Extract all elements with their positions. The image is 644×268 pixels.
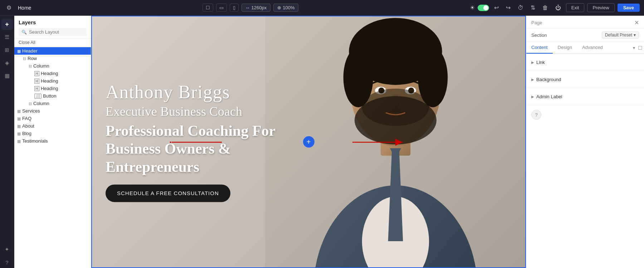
tree-item-label-blog: Blog <box>22 131 31 136</box>
zoom-value: 100% <box>283 5 294 10</box>
tree-item-label-row: Row <box>28 56 37 61</box>
tree-item-row[interactable]: ⊟Row <box>14 55 91 62</box>
tab-more: ▾ ☐ <box>631 42 644 54</box>
width-value: 1260px <box>252 5 267 10</box>
settings-topbar-icon[interactable]: ⚙ <box>4 3 14 13</box>
link-arrow-icon: ▶ <box>531 60 534 64</box>
right-panel-title: Page <box>531 20 542 25</box>
tree-item-about[interactable]: ▦About <box>14 122 91 130</box>
preset-badge[interactable]: Default Preset ▾ <box>602 31 639 39</box>
panel-sections: ▶ Link <box>526 54 644 71</box>
tree-item-label-services: Services <box>22 108 40 114</box>
tree-item-icon-button: ⬜ <box>34 94 42 99</box>
link-section-label: Link <box>536 60 545 65</box>
theme-toggle[interactable] <box>478 5 489 11</box>
right-panel: Page ✕ Section Default Preset ▾ Content … <box>526 16 644 268</box>
link-section-row[interactable]: ▶ Link <box>531 58 639 67</box>
search-icon: 🔍 <box>21 30 27 35</box>
tree-item-label-faq: FAQ <box>22 116 31 121</box>
tree-item-icon-blog: ▦ <box>17 131 21 136</box>
tab-chevron-icon[interactable]: ▾ <box>631 45 636 50</box>
media-sidebar-btn[interactable]: ▦ <box>1 70 13 81</box>
background-section-row[interactable]: ▶ Background <box>531 75 639 84</box>
background-panel-section: ▶ Background <box>526 71 644 88</box>
tree-item-icon-heading2: H <box>34 79 39 84</box>
tree-item-label-about: About <box>22 123 34 129</box>
components-sidebar-btn[interactable]: ◈ <box>1 57 13 69</box>
power-btn[interactable]: ⏻ <box>553 3 563 13</box>
hero-cta-button[interactable]: Schedule a Free Consultation <box>106 185 230 202</box>
layers-sidebar-btn[interactable]: ☰ <box>1 31 13 43</box>
tablet-device-btn[interactable]: ▭ <box>216 4 227 12</box>
tree-item-icon-heading1: H <box>34 71 39 76</box>
close-all-button[interactable]: Close All <box>14 39 91 46</box>
tree-item-column2[interactable]: ⊟Column <box>14 100 91 107</box>
tab-square-icon[interactable]: ☐ <box>636 45 644 51</box>
zoom-badge: ⊕ 100% <box>273 4 298 12</box>
width-icon: ↔ <box>245 5 250 10</box>
exit-button[interactable]: Exit <box>566 3 585 12</box>
page-title: Home <box>18 5 31 11</box>
hero-subtitle: Executive Business Coach <box>106 104 292 119</box>
tree-item-button[interactable]: ⬜Button <box>14 92 91 100</box>
tree-item-heading2[interactable]: HHeading <box>14 77 91 85</box>
tab-advanced[interactable]: Advanced <box>577 42 608 54</box>
save-button[interactable]: Save <box>618 4 640 12</box>
admin-label-panel-section: ▶ Admin Label <box>526 88 644 105</box>
admin-label-section-label: Admin Label <box>536 94 562 99</box>
layers-header: Layers 🔍 ▼ <box>14 16 91 39</box>
tree-item-icon-about: ▦ <box>17 124 21 129</box>
undo-btn[interactable]: ↩ <box>492 3 501 13</box>
canvas-add-button[interactable]: + <box>303 136 314 148</box>
tree-item-column1[interactable]: ⊟Column <box>14 62 91 70</box>
right-panel-header: Page ✕ <box>526 16 644 29</box>
redo-btn[interactable]: ↪ <box>504 3 513 13</box>
tree-item-icon-column2: ⊟ <box>29 101 32 106</box>
add-element-btn[interactable]: + <box>1 19 13 30</box>
layers-tree: ▦Header⊟Row⊟ColumnHHeadingHHeadingHHeadi… <box>14 46 91 268</box>
history-btn[interactable]: ⏱ <box>516 3 526 13</box>
main-layout: + ☰ ⊞ ◈ ▦ ✦ ? Layers 🔍 ▼ Close All ▦Head… <box>0 16 644 268</box>
canvas-frame: Anthony Briggs Executive Business Coach … <box>91 16 526 268</box>
responsive-btn[interactable]: ⇅ <box>528 3 537 13</box>
desktop-device-btn[interactable]: ☐ <box>203 4 213 12</box>
arrow-right <box>351 137 404 149</box>
admin-label-section-row[interactable]: ▶ Admin Label <box>531 92 639 101</box>
right-tabs: Content Design Advanced ▾ ☐ <box>526 42 644 54</box>
help-sidebar-btn[interactable]: ? <box>1 257 13 268</box>
layers-panel: Layers 🔍 ▼ Close All ▦Header⊟Row⊟ColumnH… <box>14 16 91 268</box>
tree-item-header[interactable]: ▦Header <box>14 47 91 55</box>
tree-item-icon-testimonials: ▦ <box>17 139 21 144</box>
tree-item-faq[interactable]: ▦FAQ <box>14 115 91 122</box>
tree-item-testimonials[interactable]: ▦Testimonials <box>14 137 91 145</box>
tab-design[interactable]: Design <box>553 42 577 54</box>
tree-item-icon-row: ⊟ <box>23 56 26 61</box>
pages-sidebar-btn[interactable]: ⊞ <box>1 44 13 56</box>
tree-item-label-button: Button <box>43 93 57 99</box>
topbar-right: ☀ ↩ ↪ ⏱ ⇅ 🗑 ⏻ Exit Preview Save <box>470 3 640 13</box>
right-panel-close-btn[interactable]: ✕ <box>634 19 639 26</box>
tree-item-icon-faq: ▦ <box>17 116 21 121</box>
admin-label-arrow-icon: ▶ <box>531 95 534 99</box>
arrow-left <box>170 137 224 149</box>
trash-btn[interactable]: 🗑 <box>540 3 550 13</box>
tree-item-label-heading1: Heading <box>41 71 58 76</box>
tree-item-label-column1: Column <box>33 63 49 69</box>
search-input[interactable] <box>29 29 89 35</box>
tree-item-blog[interactable]: ▦Blog <box>14 130 91 137</box>
sun-icon: ☀ <box>470 4 475 11</box>
mobile-device-btn[interactable]: ▯ <box>230 4 239 12</box>
canvas-area[interactable]: Anthony Briggs Executive Business Coach … <box>91 16 526 268</box>
tree-item-label-heading3: Heading <box>41 86 58 91</box>
width-badge: ↔ 1260px <box>241 4 271 12</box>
svg-point-15 <box>362 89 429 126</box>
tab-content[interactable]: Content <box>526 42 553 54</box>
help-button[interactable]: ? <box>531 110 541 120</box>
tree-item-icon-header: ▦ <box>17 49 21 54</box>
tree-item-services[interactable]: ▦Services <box>14 107 91 115</box>
preview-button[interactable]: Preview <box>587 3 614 12</box>
tree-item-label-header: Header <box>22 48 38 54</box>
tree-item-heading1[interactable]: HHeading <box>14 70 91 77</box>
tools-sidebar-btn[interactable]: ✦ <box>1 244 13 255</box>
tree-item-heading3[interactable]: HHeading <box>14 85 91 92</box>
